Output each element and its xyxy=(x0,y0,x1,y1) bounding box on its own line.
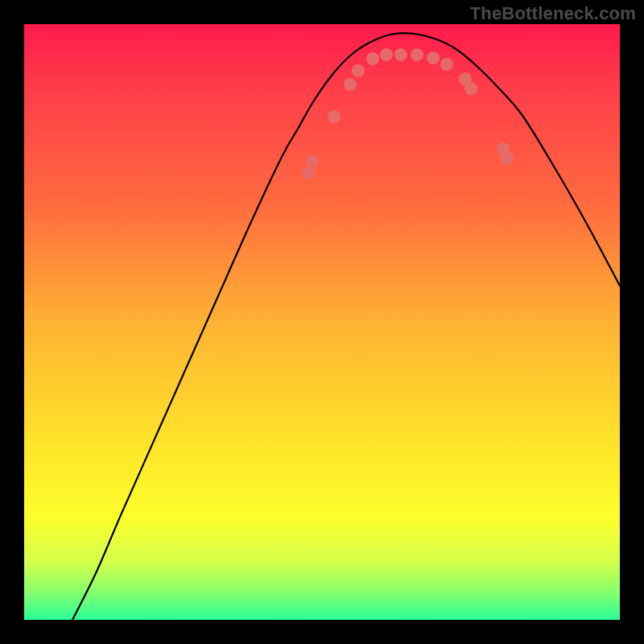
data-marker xyxy=(464,82,477,95)
data-marker xyxy=(411,48,423,61)
data-marker xyxy=(440,58,453,71)
chart-frame: TheBottleneck.com xyxy=(0,0,644,644)
data-marker xyxy=(380,48,393,61)
data-marker xyxy=(344,78,357,91)
data-marker xyxy=(427,52,440,64)
data-marker xyxy=(302,167,315,180)
bottleneck-curve xyxy=(72,33,620,620)
data-marker xyxy=(501,152,514,165)
data-marker xyxy=(394,48,407,61)
data-marker xyxy=(306,155,319,167)
plot-area xyxy=(24,24,620,620)
data-marker xyxy=(352,64,365,77)
chart-svg xyxy=(24,24,620,620)
watermark-text: TheBottleneck.com xyxy=(470,3,636,24)
marker-group xyxy=(302,48,514,180)
data-marker xyxy=(328,110,341,123)
data-marker xyxy=(366,52,379,65)
